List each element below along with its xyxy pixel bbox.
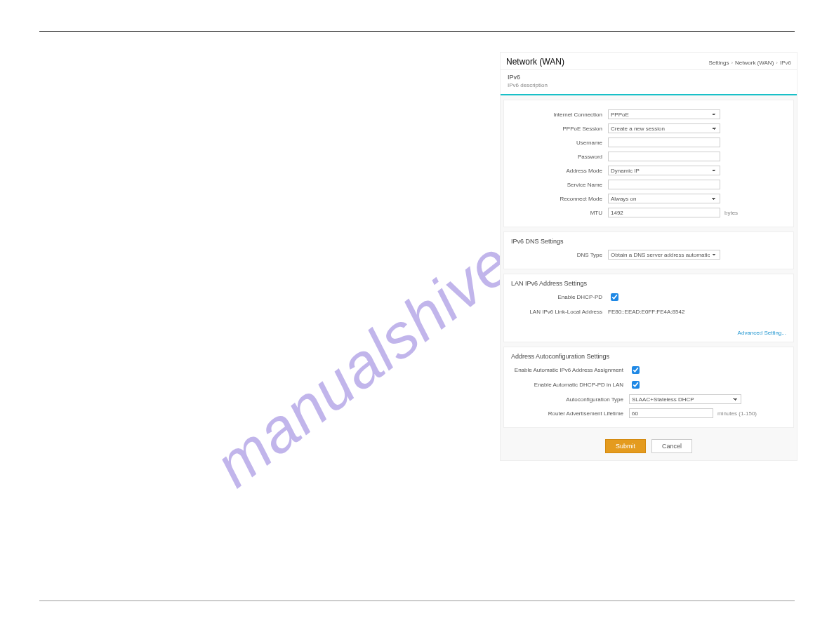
label-enable-dhcp-pd-lan: Enable Automatic DHCP-PD in LAN [511, 382, 629, 388]
subheader-desc: IPv6 description [501, 82, 797, 95]
label-service-name: Service Name [511, 182, 608, 188]
label-password: Password [511, 154, 608, 160]
cancel-button[interactable]: Cancel [651, 439, 692, 453]
ra-lifetime-unit: minutes (1-150) [717, 410, 757, 417]
service-name-input[interactable] [608, 180, 720, 189]
settings-panel: Network (WAN) Settings›Network (WAN)›IPv… [500, 52, 797, 461]
button-row: Submit Cancel [501, 432, 797, 460]
rule-top [39, 31, 795, 32]
mtu-input[interactable] [608, 208, 720, 217]
dns-title: IPv6 DNS Settings [511, 238, 786, 245]
mtu-unit: bytes [724, 210, 738, 216]
autoconf-block: Address Autoconfiguration Settings Enabl… [503, 347, 794, 428]
address-mode-select[interactable]: Dynamic IP [608, 166, 720, 175]
auto-type-select[interactable]: SLAAC+Stateless DHCP [629, 394, 741, 404]
label-enable-ipv6-assign: Enable Automatic IPv6 Address Assignment [511, 367, 629, 373]
pppoe-session-select[interactable]: Create a new session [608, 123, 720, 133]
autoconf-title: Address Autoconfiguration Settings [511, 353, 786, 360]
page-title: Network (WAN) [506, 57, 564, 67]
enable-dhcp-pd-checkbox[interactable] [611, 293, 618, 301]
subheader-title: IPv6 [501, 70, 797, 82]
label-dns-type: DNS Type [511, 252, 608, 258]
internet-connection-select[interactable]: PPPoE [608, 109, 720, 119]
label-username: Username [511, 140, 608, 146]
label-reconnect-mode: Reconnect Mode [511, 196, 608, 202]
enable-dhcp-pd-lan-checkbox[interactable] [632, 381, 640, 389]
panel-header: Network (WAN) Settings›Network (WAN)›IPv… [501, 53, 797, 70]
password-input[interactable] [608, 152, 720, 161]
dns-block: IPv6 DNS Settings DNS Type Obtain a DNS … [503, 232, 794, 269]
label-pppoe-session: PPPoE Session [511, 126, 608, 132]
breadcrumb: Settings›Network (WAN)›IPv6 [708, 60, 791, 66]
lan-title: LAN IPv6 Address Settings [511, 280, 786, 287]
link-local-value: FE80::EEAD:E0FF:FE4A:8542 [608, 309, 720, 315]
reconnect-mode-select[interactable]: Always on [608, 194, 720, 203]
lan-block: LAN IPv6 Address Settings Enable DHCP-PD… [503, 274, 794, 342]
label-enable-dhcp-pd: Enable DHCP-PD [511, 294, 608, 300]
dns-type-select[interactable]: Obtain a DNS server address automaticall… [608, 250, 720, 260]
rule-bottom [39, 601, 795, 601]
username-input[interactable] [608, 137, 720, 147]
crumb-ipv6: IPv6 [780, 60, 791, 66]
connection-block: Internet Connection PPPoE PPPoE Session … [503, 100, 794, 227]
label-internet-connection: Internet Connection [511, 112, 608, 118]
label-link-local: LAN IPv6 Link-Local Address [511, 309, 608, 315]
crumb-network-wan[interactable]: Network (WAN) [735, 60, 774, 66]
enable-ipv6-assign-checkbox[interactable] [632, 366, 640, 374]
ra-lifetime-input[interactable] [629, 408, 713, 418]
label-auto-type: Autoconfiguration Type [511, 396, 629, 403]
advanced-setting-link[interactable]: Advanced Setting... [511, 330, 786, 336]
label-mtu: MTU [511, 210, 608, 216]
label-address-mode: Address Mode [511, 168, 608, 174]
submit-button[interactable]: Submit [605, 439, 646, 453]
crumb-settings[interactable]: Settings [708, 60, 729, 66]
label-ra-lifetime: Router Advertisement Lifetime [511, 410, 629, 417]
